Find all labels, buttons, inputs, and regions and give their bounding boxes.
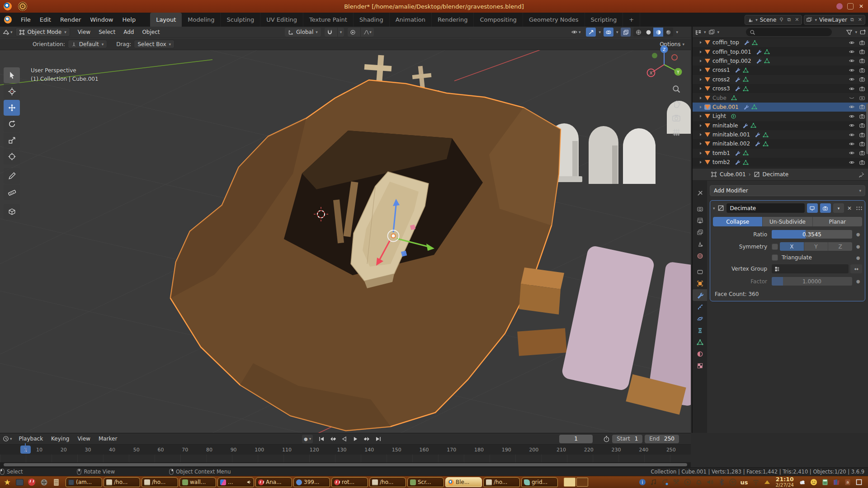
timeline-editor-button[interactable]: ▾: [0, 433, 15, 445]
workspace-tab[interactable]: Compositing: [474, 13, 523, 27]
new-viewlayer-button[interactable]: ⧉: [849, 17, 855, 23]
remove-viewlayer-button[interactable]: ✕: [857, 17, 863, 23]
dictionary-tray-icon[interactable]: a: [844, 479, 851, 486]
tool-cursor[interactable]: [4, 84, 20, 99]
render-disabled-icon[interactable]: [859, 95, 865, 101]
vivaldi-launcher[interactable]: [26, 477, 37, 488]
expand-arrow-icon[interactable]: [700, 51, 702, 53]
workspace-tab[interactable]: Modeling: [182, 13, 221, 27]
start-frame-field[interactable]: Start 1: [612, 435, 642, 443]
pin-icon[interactable]: ⚲: [778, 17, 784, 23]
vertex-group-field[interactable]: [772, 264, 849, 273]
render-camera-icon[interactable]: [859, 113, 865, 119]
render-camera-icon[interactable]: [859, 132, 865, 138]
outliner-item[interactable]: coffin_top.002: [693, 56, 868, 66]
workspace-tab[interactable]: Layout: [150, 13, 182, 27]
bluetooth-tray-icon[interactable]: [718, 479, 725, 486]
tab-material[interactable]: [693, 348, 707, 360]
outliner-item[interactable]: cross3: [693, 84, 868, 93]
workspace-tab[interactable]: Geometry Nodes: [523, 13, 585, 27]
calculator-tray-icon[interactable]: [821, 479, 829, 486]
outliner-search-input[interactable]: [746, 28, 832, 36]
viewport-menu-item[interactable]: Add: [119, 29, 138, 35]
expand-arrow-icon[interactable]: [700, 115, 702, 117]
notification-tray-icon[interactable]: [695, 479, 703, 486]
falloff-dropdown[interactable]: ▾: [360, 28, 374, 37]
tab-modifiers[interactable]: [693, 289, 707, 301]
emoji-tray-icon[interactable]: [810, 479, 817, 486]
shading-dropdown[interactable]: ▾: [676, 30, 678, 34]
expand-arrow-icon[interactable]: [700, 106, 702, 108]
drag-mode-dropdown[interactable]: Select Box ▾: [134, 40, 175, 48]
editor-type-button[interactable]: ▾: [0, 27, 15, 38]
tab-collection[interactable]: [693, 266, 707, 277]
taskbar-window-button[interactable]: 399...: [293, 477, 330, 487]
workspace-tab[interactable]: Sculpting: [221, 13, 260, 27]
tool-select-box[interactable]: [4, 67, 20, 83]
tool-annotate[interactable]: [4, 168, 20, 184]
taskbar-window-button[interactable]: /ho...: [369, 477, 406, 487]
jump-start-button[interactable]: [316, 435, 327, 443]
auto-keying-control[interactable]: ●▾: [302, 435, 313, 443]
animate-dot-icon[interactable]: ●: [854, 255, 862, 260]
books-tray-icon[interactable]: [833, 479, 840, 486]
animate-dot-icon[interactable]: ●: [854, 279, 862, 284]
tool-measure[interactable]: [4, 184, 20, 200]
expand-arrow-icon[interactable]: [700, 78, 702, 81]
hide-eye-icon[interactable]: [849, 150, 855, 156]
show-hidden-tray-icon[interactable]: [764, 479, 771, 486]
factor-slider[interactable]: 1.0000: [772, 277, 852, 286]
viewport-menu-item[interactable]: Object: [138, 29, 164, 35]
outliner-item[interactable]: minitable: [693, 121, 868, 130]
breadcrumb-modifier[interactable]: Decimate: [763, 171, 789, 178]
decimate-mode-tab[interactable]: Collapse: [713, 217, 763, 226]
outliner-item[interactable]: cross1: [693, 66, 868, 75]
orientation-dropdown[interactable]: Global ▾: [285, 28, 321, 37]
expand-arrow-icon[interactable]: [700, 142, 702, 145]
play-reverse-button[interactable]: [339, 435, 349, 443]
expand-arrow-icon[interactable]: [700, 69, 702, 71]
expand-arrow-icon[interactable]: [700, 87, 702, 90]
taskbar-window-button[interactable]: /ho...: [104, 477, 140, 487]
menu-item[interactable]: Help: [118, 14, 141, 25]
window-titlebar[interactable]: Blender* [/home/amalie/Desktop/blender/g…: [0, 0, 868, 13]
display-realtime-toggle[interactable]: [807, 203, 818, 213]
render-camera-icon[interactable]: [859, 104, 865, 110]
viewlayer-selector[interactable]: ▾ ViewLayer ⧉ ✕: [804, 15, 865, 25]
collapse-panel-icon[interactable]: ▾: [713, 206, 715, 211]
workspace-pager[interactable]: [564, 478, 588, 487]
hide-eye-icon[interactable]: [849, 104, 855, 110]
window-close-button[interactable]: ✕: [858, 3, 864, 9]
orientation-default-dropdown[interactable]: Default ▾: [68, 40, 107, 48]
tab-object-data[interactable]: [693, 336, 707, 348]
outliner-scrollbar[interactable]: [866, 103, 868, 154]
outliner-item[interactable]: coffin_top.001: [693, 47, 868, 56]
object-visibility-dropdown[interactable]: ▾: [568, 27, 584, 38]
wifi-tray-icon[interactable]: [752, 479, 760, 486]
clock[interactable]: 21:10 2/27/24: [776, 477, 794, 488]
taskbar-window-button[interactable]: (am...: [66, 477, 102, 487]
expand-arrow-icon[interactable]: [700, 124, 702, 127]
taskbar-window-button[interactable]: /ho...: [483, 477, 520, 487]
workspace-tab[interactable]: Texture Paint: [303, 13, 354, 27]
render-camera-icon[interactable]: [859, 122, 865, 128]
hide-eye-icon[interactable]: [849, 113, 855, 119]
remove-modifier-button[interactable]: ✕: [846, 205, 853, 211]
navigation-gizmo[interactable]: Z Y X: [645, 44, 684, 83]
axis-button[interactable]: Z: [828, 242, 852, 251]
proportional-edit-icon[interactable]: [348, 28, 358, 37]
render-camera-icon[interactable]: [859, 76, 865, 82]
add-modifier-button[interactable]: Add Modifier ▾: [710, 185, 865, 196]
menu-item[interactable]: Window: [85, 14, 118, 25]
zoom-icon[interactable]: [672, 84, 681, 94]
info-tray-icon[interactable]: i: [639, 479, 646, 486]
current-frame-field[interactable]: 1: [559, 435, 593, 443]
timeline-menu-item[interactable]: View: [73, 436, 94, 442]
volume-tray-icon[interactable]: [707, 479, 714, 486]
decimate-mode-tab[interactable]: Un-Subdivide: [763, 217, 812, 226]
expand-arrow-icon[interactable]: [700, 60, 702, 62]
terminal-launcher[interactable]: [14, 477, 25, 488]
timeline-menu-item[interactable]: Playback: [15, 436, 47, 442]
render-camera-icon[interactable]: [859, 86, 865, 92]
render-camera-icon[interactable]: [859, 141, 865, 147]
